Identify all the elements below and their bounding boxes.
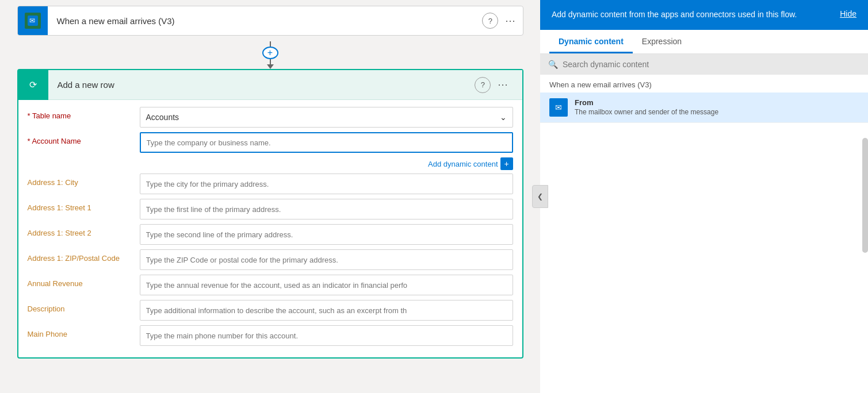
trigger-more-button[interactable]: ··· [505, 15, 515, 27]
list-item[interactable]: ✉ From The mailbox owner and sender of t… [540, 93, 868, 123]
crm-icon: ⟳ [25, 77, 41, 93]
connector-line-bottom [270, 59, 271, 64]
dynamic-panel: ❮ Add dynamic content from the apps and … [540, 0, 868, 393]
annual-revenue-row: Annual Revenue [28, 275, 513, 295]
main-phone-row: Main Phone [28, 325, 513, 346]
dynamic-content-row: Add dynamic content + [28, 157, 513, 170]
search-input[interactable] [563, 60, 860, 69]
section-label: When a new email arrives (V3) [540, 75, 868, 93]
action-card-actions: ? ··· [475, 77, 515, 93]
action-help-button[interactable]: ? [475, 77, 491, 93]
address-street2-row: Address 1: Street 2 [28, 224, 513, 245]
from-item-desc: The mailbox owner and sender of the mess… [575, 108, 859, 116]
from-item-title: From [575, 98, 859, 107]
trigger-card-actions: ? ··· [482, 13, 522, 29]
annual-revenue-label: Annual Revenue [28, 275, 140, 288]
address-street1-label: Address 1: Street 1 [28, 199, 140, 212]
dynamic-header-text: Add dynamic content from the apps and co… [552, 9, 833, 21]
chevron-down-icon: ⌄ [500, 113, 507, 122]
arrow-down-icon [267, 64, 274, 69]
annual-revenue-input[interactable] [140, 275, 513, 295]
account-name-row: * Account Name [28, 132, 513, 153]
main-phone-input[interactable] [140, 325, 513, 346]
trigger-icon-area: ✉ [18, 6, 48, 36]
address-city-label: Address 1: City [28, 174, 140, 187]
table-name-select[interactable]: Accounts ⌄ [140, 107, 513, 128]
address-street1-input[interactable] [140, 199, 513, 219]
action-card: ⟳ Add a new row ? ··· * Table name Accou… [17, 69, 523, 359]
account-name-label: * Account Name [28, 132, 140, 145]
from-item-text: From The mailbox owner and sender of the… [575, 98, 859, 116]
dynamic-content-list: When a new email arrives (V3) ✉ From The… [540, 75, 868, 393]
tab-dynamic-content[interactable]: Dynamic content [549, 30, 633, 53]
action-card-header: ⟳ Add a new row ? ··· [18, 70, 522, 100]
address-city-input[interactable] [140, 174, 513, 194]
trigger-app-icon: ✉ [25, 13, 41, 29]
connector: + [17, 41, 523, 69]
search-box: 🔍 [540, 54, 868, 75]
connector-line-top [270, 41, 271, 47]
hide-panel-button[interactable]: Hide [833, 9, 856, 18]
action-icon-area: ⟳ [18, 70, 48, 100]
description-row: Description [28, 300, 513, 321]
description-input[interactable] [140, 300, 513, 321]
address-street2-input[interactable] [140, 224, 513, 245]
trigger-card: ✉ When a new email arrives (V3) ? ··· [17, 6, 523, 36]
action-more-button[interactable]: ··· [498, 79, 508, 91]
address-street1-row: Address 1: Street 1 [28, 199, 513, 219]
account-name-input[interactable] [140, 132, 513, 153]
search-icon: 🔍 [548, 60, 558, 69]
trigger-title: When a new email arrives (V3) [48, 16, 483, 26]
action-title: Add a new row [48, 80, 475, 90]
address-zip-row: Address 1: ZIP/Postal Code [28, 249, 513, 270]
dynamic-tabs: Dynamic content Expression [540, 30, 868, 54]
from-item-icon: ✉ [549, 98, 568, 117]
main-phone-label: Main Phone [28, 325, 140, 338]
form-body: * Table name Accounts ⌄ * Account Name A… [18, 100, 522, 357]
add-dynamic-content-link[interactable]: Add dynamic content [428, 160, 498, 168]
address-street2-label: Address 1: Street 2 [28, 224, 140, 237]
svg-text:✉: ✉ [29, 17, 35, 25]
table-name-label: * Table name [28, 107, 140, 120]
address-city-row: Address 1: City [28, 174, 513, 194]
table-name-row: * Table name Accounts ⌄ [28, 107, 513, 128]
address-zip-label: Address 1: ZIP/Postal Code [28, 249, 140, 263]
add-step-button[interactable]: + [262, 47, 278, 59]
description-label: Description [28, 300, 140, 313]
dynamic-panel-header: Add dynamic content from the apps and co… [540, 0, 868, 30]
tab-expression[interactable]: Expression [633, 30, 691, 53]
email-icon: ✉ [555, 103, 562, 112]
collapse-panel-button[interactable]: ❮ [532, 185, 548, 208]
address-zip-input[interactable] [140, 249, 513, 270]
table-name-value: Accounts [146, 113, 179, 122]
scrollbar[interactable] [862, 138, 868, 253]
dynamic-plus-button[interactable]: + [500, 157, 513, 170]
trigger-help-button[interactable]: ? [482, 13, 498, 29]
